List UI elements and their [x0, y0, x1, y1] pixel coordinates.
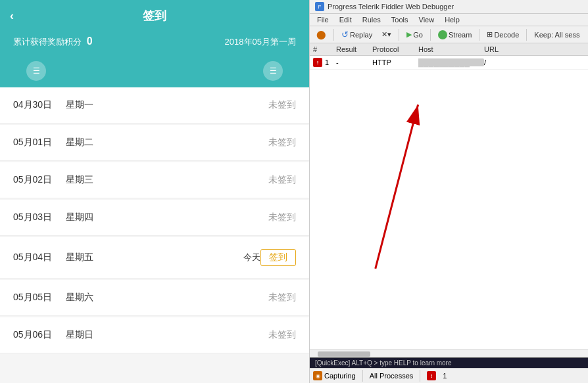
replay-button[interactable]: ↺ Replay: [338, 28, 376, 41]
table-row-1[interactable]: ! 1 - HTTP ██████████ /: [310, 56, 588, 70]
fiddler-menubar: File Edit Rules Tools View Help: [310, 14, 588, 26]
table-header: # Result Protocol Host URL: [310, 43, 588, 56]
keep-button[interactable]: Keep: All sess: [531, 30, 583, 40]
fiddler-app-icon: F: [315, 2, 324, 11]
replay-dropdown[interactable]: ✕▾: [378, 29, 395, 40]
decode-button[interactable]: ⊞ Decode: [483, 29, 522, 40]
col-header-url: URL: [484, 45, 585, 53]
checkin-row: 04月30日 星期一 未签到: [0, 87, 309, 124]
scrollbar-thumb[interactable]: [318, 351, 370, 357]
go-icon: ▶: [406, 30, 412, 39]
week-label: 2018年05月第一周: [225, 36, 296, 48]
col-header-protocol: Protocol: [372, 45, 418, 53]
day-5: 星期六: [66, 292, 268, 304]
menu-help[interactable]: Help: [443, 15, 462, 24]
decode-label: Decode: [494, 31, 519, 39]
arrow-overlay: [310, 70, 588, 349]
checkin-row-today: 05月04日 星期五 今天 签到: [0, 237, 309, 279]
left-panel: ‹ 签到 累计获得奖励积分 0 2018年05月第一周 ☰ ☰ 04月30日 星…: [0, 0, 309, 383]
checkin-button[interactable]: 签到: [260, 249, 296, 266]
checkin-row: 05月01日 星期二 未签到: [0, 125, 309, 161]
day-1: 星期二: [66, 137, 268, 148]
separator-5: [526, 29, 527, 41]
day-2: 星期三: [66, 174, 268, 186]
menu-rules[interactable]: Rules: [360, 15, 383, 24]
dropdown-arrow-icon: ✕▾: [381, 30, 391, 39]
row-url: /: [484, 58, 585, 66]
stream-icon: [438, 30, 447, 39]
app-header: ‹ 签到: [0, 0, 309, 29]
fiddler-title: Progress Telerik Fiddler Web Debugger: [328, 3, 454, 11]
all-processes-label[interactable]: All Processes: [370, 372, 414, 380]
menu-view[interactable]: View: [417, 15, 437, 24]
keep-label: Keep: All sess: [534, 31, 579, 39]
date-0: 04月30日: [13, 99, 66, 111]
stats-label: 累计获得奖励积分 0: [13, 35, 93, 48]
checkin-row: 05月02日 星期三 未签到: [0, 162, 309, 198]
stream-label: Stream: [449, 31, 472, 39]
quick-exec-bar[interactable]: [QuickExec] ALT+Q > type HELP to learn m…: [310, 357, 588, 368]
date-5: 05月05日: [13, 292, 66, 304]
status-6: 未签到: [268, 329, 296, 341]
checkin-list: 04月30日 星期一 未签到 05月01日 星期二 未签到 05月02日 星期三…: [0, 87, 309, 383]
right-panel: F Progress Telerik Fiddler Web Debugger …: [309, 0, 588, 383]
menu-tools[interactable]: Tools: [389, 15, 410, 24]
row-icon: !: [313, 58, 322, 67]
separator-4: [479, 29, 479, 41]
date-3: 05月03日: [13, 212, 66, 223]
status-1: 未签到: [268, 137, 296, 148]
date-2: 05月02日: [13, 174, 66, 186]
checkin-row: 05月03日 星期四 未签到: [0, 200, 309, 236]
capturing-label: Capturing: [324, 372, 356, 380]
go-button[interactable]: ▶ Go: [403, 29, 426, 40]
session-count: 1: [443, 372, 447, 380]
col-header-num: #: [313, 45, 336, 53]
right-icon: ☰: [270, 66, 277, 76]
separator-2: [399, 29, 399, 41]
separator-3: [430, 29, 431, 41]
menu-file[interactable]: File: [315, 15, 331, 24]
row-result: -: [336, 58, 372, 66]
menu-edit[interactable]: Edit: [337, 15, 354, 24]
date-4: 05月04日: [13, 252, 66, 263]
status-2: 未签到: [268, 174, 296, 186]
col-header-host: Host: [418, 45, 484, 53]
status-separator: [362, 370, 363, 382]
horizontal-scrollbar[interactable]: [310, 349, 588, 357]
status-5: 未签到: [268, 292, 296, 304]
today-label: 今天: [243, 252, 260, 263]
capturing-icon: ◉: [313, 371, 322, 380]
checkin-row: 05月05日 星期六 未签到: [0, 280, 309, 316]
date-6: 05月06日: [13, 329, 66, 341]
day-3: 星期四: [66, 212, 268, 223]
go-label: Go: [413, 31, 423, 39]
status-0: 未签到: [268, 99, 296, 111]
row-host: ██████████: [418, 58, 484, 66]
quick-exec-text: [QuickExec] ALT+Q > type HELP to learn m…: [315, 359, 452, 367]
left-icon: ☰: [33, 66, 40, 76]
icon-circle-right: ☰: [263, 61, 283, 81]
capture-button[interactable]: ⬤: [313, 28, 330, 41]
back-button[interactable]: ‹: [10, 9, 14, 23]
day-6: 星期日: [66, 329, 268, 341]
status-3: 未签到: [268, 212, 296, 223]
icon-circle-left: ☰: [26, 61, 46, 81]
status-separator-2: [420, 370, 420, 382]
replay-icon: ↺: [341, 30, 349, 39]
row-protocol: HTTP: [372, 58, 418, 66]
col-header-result: Result: [336, 45, 372, 53]
day-4: 星期五: [66, 252, 238, 263]
svg-line-1: [376, 104, 418, 268]
fiddler-toolbar: ⬤ ↺ Replay ✕▾ ▶ Go Stream ⊞ Decode: [310, 26, 588, 43]
checkin-row: 05月06日 星期日 未签到: [0, 317, 309, 353]
icon-row: ☰ ☰: [0, 61, 309, 87]
stream-button[interactable]: Stream: [435, 29, 475, 41]
decode-icon: ⊞: [487, 30, 493, 39]
fiddler-titlebar: F Progress Telerik Fiddler Web Debugger: [310, 0, 588, 14]
day-0: 星期一: [66, 99, 268, 111]
date-1: 05月01日: [13, 137, 66, 148]
replay-label: Replay: [350, 31, 372, 39]
status-row-icon: !: [427, 371, 436, 380]
capturing-status[interactable]: ◉ Capturing: [313, 371, 356, 380]
stats-bar: 累计获得奖励积分 0 2018年05月第一周: [0, 29, 309, 61]
